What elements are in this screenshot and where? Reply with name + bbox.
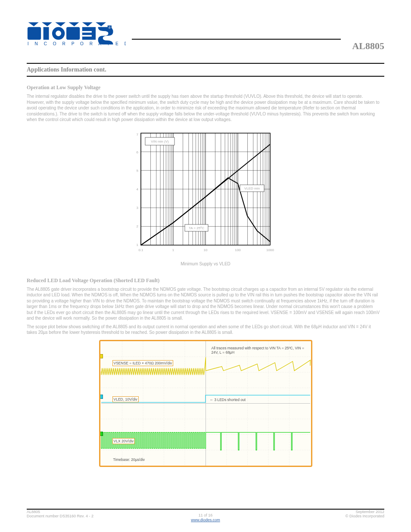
svg-rect-12: [82, 31, 92, 33]
svg-text:6: 6: [137, 150, 139, 154]
svg-text:VIN min (V): VIN min (V): [151, 140, 169, 143]
diodes-logo-icon: ® I N C O R P O R A T E D: [27, 21, 126, 52]
section-title: Applications Information cont.: [27, 64, 384, 76]
svg-marker-1: [42, 22, 52, 26]
svg-text:3: 3: [137, 206, 139, 210]
svg-text:10: 10: [204, 248, 208, 252]
svg-text:7: 7: [137, 133, 139, 137]
ch2-label: VLED, 10V/div: [112, 396, 139, 402]
heading-low-supply: Operation at Low Supply Voltage: [27, 84, 384, 91]
section-rule-bottom: [27, 76, 384, 77]
svg-marker-2: [55, 22, 65, 26]
svg-text:100: 100: [235, 248, 241, 252]
para-reduced-vled: The AL8805 gate driver incorporates a bo…: [27, 286, 380, 321]
svg-marker-3: [69, 22, 79, 26]
timebase-label: Timebase: 20µs/div: [112, 457, 146, 462]
heading-reduced-vled: Reduced LED Load Voltage Operation (Shor…: [27, 277, 384, 284]
svg-rect-10: [66, 27, 80, 40]
footer-right: September 2012 © Diodes Incorporated: [346, 510, 384, 518]
svg-text:5: 5: [137, 169, 139, 173]
svg-marker-5: [96, 22, 106, 26]
arrow-left-icon: ←: [210, 398, 214, 402]
ch1-marker-icon: [99, 354, 103, 358]
header-rule: [132, 39, 341, 40]
company-logo: ® I N C O R P O R A T E D: [27, 21, 126, 52]
svg-text:®: ®: [109, 26, 111, 30]
svg-rect-13: [82, 35, 92, 37]
footer-date: September 2012: [346, 510, 384, 514]
svg-rect-11: [82, 27, 96, 40]
y-tick-labels: 1 2 3 4 5 6 7: [137, 133, 139, 247]
ch3-marker-icon: [99, 432, 103, 436]
svg-text:4: 4: [137, 187, 139, 191]
logo-subtext: I N C O R P O R A T E D: [28, 41, 126, 46]
part-number-wrap: AL8805: [352, 40, 384, 52]
chart-annotations: VIN min (V) VLED min TA = 25ºC: [145, 137, 264, 231]
svg-rect-7: [44, 27, 49, 40]
scope-wrap: All traces measured with respect to VIN …: [27, 340, 384, 467]
event-label-text: 3 LEDs shorted out: [214, 398, 246, 402]
part-number: AL8805: [352, 40, 384, 52]
chart1-caption: Minimum Supply vs VLED: [27, 261, 384, 266]
oscilloscope-capture: All traces measured with respect to VIN …: [99, 340, 312, 467]
header: ® I N C O R P O R A T E D AL8805: [27, 21, 384, 52]
para-low-supply: The internal regulator disables the driv…: [27, 93, 380, 123]
svg-marker-4: [82, 22, 93, 26]
svg-point-9: [56, 31, 61, 36]
chart-min-supply-vs-vled: 0.1 1 10 100 1000 1 2 3 4 5 6 7: [27, 129, 384, 258]
footer-website-link[interactable]: www.diodes.com: [191, 518, 220, 522]
svg-text:1: 1: [172, 248, 174, 252]
svg-text:1: 1: [137, 243, 139, 247]
page: ® I N C O R P O R A T E D AL8805 Applica…: [0, 0, 411, 532]
footer-copyright: © Diodes Incorporated: [346, 514, 384, 518]
svg-text:0.1: 0.1: [138, 248, 143, 252]
svg-text:VLED min: VLED min: [244, 187, 260, 190]
event-arrow-label: ← 3 LEDs shorted out: [209, 397, 247, 402]
svg-text:1000: 1000: [266, 248, 274, 252]
ch1-label: VSENSE = ILED × 470Ω 200mV/div: [112, 360, 174, 366]
scope-info-box: All traces measured with respect to VIN …: [211, 345, 305, 355]
svg-text:TA = 25ºC: TA = 25ºC: [189, 226, 204, 230]
svg-rect-6: [28, 27, 41, 40]
x-tick-labels: 0.1 1 10 100 1000: [138, 248, 274, 252]
para-reduced-vled-2: The scope plot below shows switching of …: [27, 324, 380, 336]
svg-text:2: 2: [137, 224, 139, 228]
semilog-plot: 0.1 1 10 100 1000 1 2 3 4 5 6 7: [132, 129, 279, 258]
ch3-label: VLX 20V/div: [112, 438, 135, 444]
svg-marker-0: [28, 22, 39, 26]
ch2-marker-icon: [99, 395, 103, 399]
